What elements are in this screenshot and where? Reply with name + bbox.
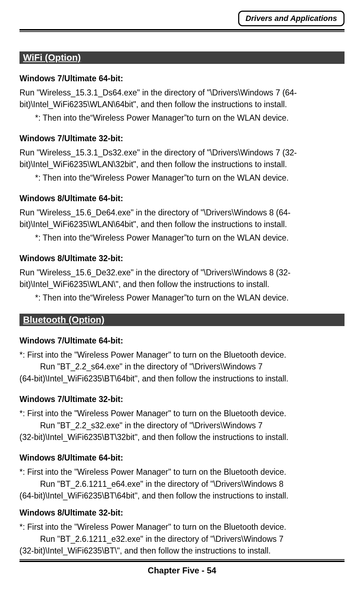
subsection-title: Windows 7/Ultimate 32-bit: xyxy=(19,395,345,404)
note-text: *: Then into the“Wireless Power Manager”… xyxy=(19,292,345,304)
bt-win7-64: Windows 7/Ultimate 64-bit: *: First into… xyxy=(19,336,345,385)
first-note: *: First into the "Wireless Power Manage… xyxy=(19,521,345,533)
run-line: Run "BT_2.6.1211_e64.exe" in the directo… xyxy=(19,478,345,490)
wifi-section-header: WiFi (Option) xyxy=(19,51,345,64)
subsection-title: Windows 8/Ultimate 64-bit: xyxy=(19,453,345,463)
wifi-win7-32: Windows 7/Ultimate 32-bit: Run "Wireless… xyxy=(19,134,345,184)
body-text: Run "Wireless_15.6_De64.exe" in the dire… xyxy=(19,207,345,231)
run-line: Run "BT_2.6.1211_e32.exe" in the directo… xyxy=(19,533,345,545)
page-footer: Chapter Five - 54 xyxy=(0,554,364,583)
wifi-win7-64: Windows 7/Ultimate 64-bit: Run "Wireless… xyxy=(19,74,345,124)
cont-line: (64-bit)\Intel_WiFi6235\BT\64bit", and t… xyxy=(19,490,345,502)
note-text: *: Then into the“Wireless Power Manager”… xyxy=(19,172,345,184)
first-note: *: First into the "Wireless Power Manage… xyxy=(19,466,345,478)
bt-win8-64: Windows 8/Ultimate 64-bit: *: First into… xyxy=(19,453,345,502)
note-text: *: Then into the“Wireless Power Manager”… xyxy=(19,232,345,244)
footer-divider xyxy=(19,559,345,562)
subsection-title: Windows 7/Ultimate 64-bit: xyxy=(19,336,345,346)
header-divider xyxy=(19,29,345,32)
first-note: *: First into the "Wireless Power Manage… xyxy=(19,408,345,419)
subsection-title: Windows 7/Ultimate 32-bit: xyxy=(19,134,345,143)
body-text: Run "Wireless_15.3.1_Ds32.exe" in the di… xyxy=(19,147,345,171)
subsection-title: Windows 7/Ultimate 64-bit: xyxy=(19,74,345,83)
note-text: *: Then into the“Wireless Power Manager”… xyxy=(19,112,345,124)
body-text: Run "Wireless_15.6_De32.exe" in the dire… xyxy=(19,267,345,291)
bt-win7-32: Windows 7/Ultimate 32-bit: *: First into… xyxy=(19,395,345,443)
wifi-win8-64: Windows 8/Ultimate 64-bit: Run "Wireless… xyxy=(19,194,345,244)
first-note: *: First into the "Wireless Power Manage… xyxy=(19,349,345,361)
header-badge: Drivers and Applications xyxy=(238,11,345,26)
wifi-win8-32: Windows 8/Ultimate 32-bit: Run "Wireless… xyxy=(19,254,345,304)
subsection-title: Windows 8/Ultimate 32-bit: xyxy=(19,508,345,518)
cont-line: (64-bit)\Intel_WiFi6235\BT\64bit", and t… xyxy=(19,373,345,385)
bt-win8-32: Windows 8/Ultimate 32-bit: *: First into… xyxy=(19,508,345,557)
subsection-title: Windows 8/Ultimate 32-bit: xyxy=(19,254,345,263)
footer-text: Chapter Five - 54 xyxy=(0,566,364,583)
subsection-title: Windows 8/Ultimate 64-bit: xyxy=(19,194,345,203)
run-line: Run "BT_2.2_s64.exe" in the directory of… xyxy=(19,361,345,373)
body-text: Run "Wireless_15.3.1_Ds64.exe" in the di… xyxy=(19,87,345,111)
cont-line: (32-bit)\Intel_WiFi6235\BT\32bit", and t… xyxy=(19,431,345,443)
run-line: Run "BT_2.2_s32.exe" in the directory of… xyxy=(19,420,345,431)
bluetooth-section-header: Bluetooth (Option) xyxy=(19,314,345,326)
